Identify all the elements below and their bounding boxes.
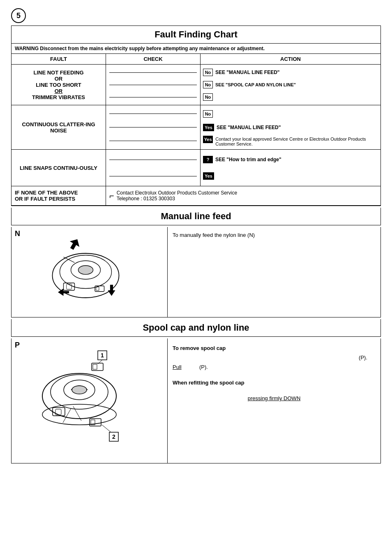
spool-cap-diagram: P 1 xyxy=(12,338,168,463)
action-cell-2: No Yes SEE "MANUAL LINE FEED" Yes Contac… xyxy=(201,105,380,150)
p-label: P xyxy=(15,341,20,350)
none-above-row: IF NONE OF THE ABOVEOR IF FAULT PERSISTS… xyxy=(12,186,380,206)
row-3: LINE SNAPS CONTINU-OUSLY ? SEE "How to t… xyxy=(12,150,380,186)
svg-point-4 xyxy=(78,266,93,275)
row-2: CONTINUOUS CLATTER-ING NOISE No xyxy=(12,105,380,150)
svg-rect-8 xyxy=(96,287,99,290)
badge-yes-2c: Yes xyxy=(203,136,213,143)
manual-feed-diagram: N xyxy=(12,227,168,317)
badge-no-2a: No xyxy=(203,110,213,118)
badge-no-1b: No xyxy=(203,81,213,88)
row-1: LINE NOT FEEDING OR LINE TOO SHORT OR TR… xyxy=(12,65,380,105)
chart-title: Fault Finding Chart xyxy=(12,26,380,44)
action-cell-1: No SEE "MANUAL LINE FEED" No SEE "SPOOL … xyxy=(201,65,380,105)
svg-point-20 xyxy=(72,386,87,394)
svg-text:2: 2 xyxy=(112,433,115,440)
check-cell-3 xyxy=(106,150,201,186)
badge-no-1c: No xyxy=(203,93,213,101)
action-cell-3: ? SEE "How to trim and edge" Yes xyxy=(201,150,380,186)
none-above-fault: IF NONE OF THE ABOVEOR IF FAULT PERSISTS xyxy=(12,186,106,205)
pull-label: Pull xyxy=(173,364,182,370)
badge-q-3a: ? xyxy=(203,156,213,163)
svg-marker-10 xyxy=(108,285,115,296)
badge-yes-3b: Yes xyxy=(203,172,214,180)
badge-yes-2b: Yes xyxy=(203,124,214,131)
manual-feed-section: N xyxy=(11,227,381,317)
fault-cell-1: LINE NOT FEEDING OR LINE TOO SHORT OR TR… xyxy=(12,65,106,105)
fault-cell-3: LINE SNAPS CONTINU-OUSLY xyxy=(12,150,106,186)
badge-no-1a: No xyxy=(203,69,213,76)
spool-diagram-p: 1 2 xyxy=(16,343,155,458)
svg-point-28 xyxy=(42,404,116,425)
none-above-action: ⌐ Contact Electrolux Outdoor Products Cu… xyxy=(106,186,380,205)
pressing-down-label: pressing firmly DOWN xyxy=(248,395,301,401)
svg-marker-0 xyxy=(67,236,82,252)
check-cell-1 xyxy=(106,65,201,105)
manual-feed-title: Manual line feed xyxy=(11,208,381,225)
page-number: 5 xyxy=(11,8,26,23)
svg-rect-7 xyxy=(95,286,104,292)
column-headers: FAULT CHECK ACTION xyxy=(12,54,380,65)
spool-cap-section: P 1 xyxy=(11,338,381,463)
col-fault-header: FAULT xyxy=(12,54,106,64)
svg-rect-15 xyxy=(93,364,97,369)
bracket-icon: ⌐ xyxy=(109,191,114,201)
svg-line-27 xyxy=(102,425,111,432)
col-check-header: CHECK xyxy=(106,54,201,64)
warning-row: WARNING Disconnect from the mains electr… xyxy=(12,44,380,54)
col-action-header: ACTION xyxy=(201,54,380,64)
svg-text:1: 1 xyxy=(101,352,104,359)
spool-diagram-n xyxy=(16,231,163,305)
spool-cap-info: To remove spool cap (P). Pull (P). When … xyxy=(168,338,380,463)
spool-cap-title: Spool cap and nylon line xyxy=(11,319,381,337)
fault-cell-2: CONTINUOUS CLATTER-ING NOISE xyxy=(12,105,106,150)
fault-chart: Fault Finding Chart WARNING Disconnect f… xyxy=(11,25,381,206)
manual-feed-description: To manually feed the nylon line (N) xyxy=(168,227,380,317)
check-cell-2 xyxy=(106,105,201,150)
n-label: N xyxy=(15,229,20,238)
warning-text: WARNING Disconnect from the mains electr… xyxy=(15,46,265,51)
